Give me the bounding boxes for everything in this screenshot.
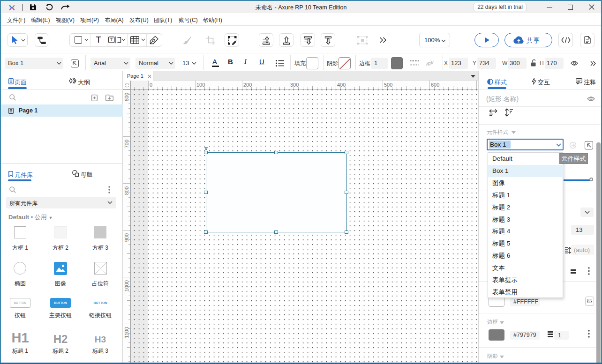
svg-text:T: T [110,37,113,42]
